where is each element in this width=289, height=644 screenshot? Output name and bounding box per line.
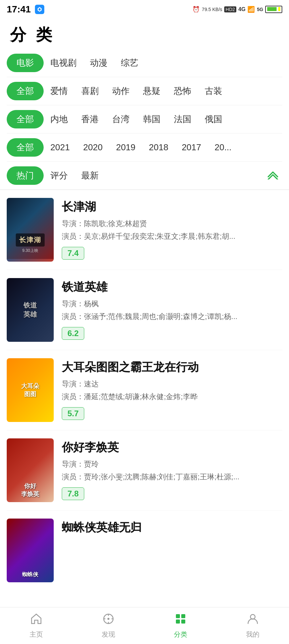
filter-item-2021[interactable]: 2021 xyxy=(44,140,77,155)
movie-poster-daertu: 大耳朵图图 xyxy=(7,358,54,422)
movie-cast-nihao: 演员：贾玲;张小斐;沈腾;陈赫;刘佳;丁嘉丽;王琳;杜源;... xyxy=(62,472,282,482)
movie-score-nihao: 7.8 xyxy=(62,487,84,500)
filter-items-year: 2021 2020 2019 2018 2017 20... xyxy=(44,140,282,155)
filter-items-region: 内地 香港 台湾 韩国 法国 俄国 xyxy=(44,111,282,128)
nav-label-profile: 我的 xyxy=(246,630,259,639)
nav-item-profile[interactable]: 我的 xyxy=(217,613,289,639)
filter-item-taiwan[interactable]: 台湾 xyxy=(105,111,136,128)
filter-item-france[interactable]: 法国 xyxy=(167,111,198,128)
filter-item-variety[interactable]: 综艺 xyxy=(114,54,145,71)
movie-score-changjihu: 7.4 xyxy=(62,247,84,260)
category-icon xyxy=(175,613,187,628)
nav-label-category: 分类 xyxy=(174,630,187,639)
filter-item-mystery[interactable]: 悬疑 xyxy=(136,83,167,100)
filter-section: 电影 电视剧 动漫 综艺 全部 爱情 喜剧 动作 悬疑 恐怖 古装 全部 内地 … xyxy=(0,49,289,190)
hd2-badge: HD2 xyxy=(224,6,236,12)
filter-item-romance[interactable]: 爱情 xyxy=(44,83,75,100)
filter-item-costume[interactable]: 古装 xyxy=(198,83,229,100)
movie-title-zhizhu: 蜘蛛侠英雄无归 xyxy=(62,520,282,535)
filter-row-sort: 热门 评分 最新 xyxy=(7,162,282,190)
movie-score-daertu: 5.7 xyxy=(62,407,84,420)
movie-item-nihao[interactable]: 你好李焕英 你好李焕英 导演：贾玲 演员：贾玲;张小斐;沈腾;陈赫;刘佳;丁嘉丽… xyxy=(7,430,282,511)
movie-title-daertu: 大耳朵图图之霸王龙在行动 xyxy=(62,360,282,375)
profile-icon xyxy=(247,613,259,628)
4g-icon: 4G xyxy=(238,6,245,12)
movie-director-nihao: 导演：贾玲 xyxy=(62,459,282,469)
movie-title-changjihu: 长津湖 xyxy=(62,199,282,215)
movie-info-zhizhu: 蜘蛛侠英雄无归 xyxy=(62,519,282,582)
movie-director-daertu: 导演：速达 xyxy=(62,379,282,389)
filter-row-region: 全部 内地 香港 台湾 韩国 法国 俄国 xyxy=(7,105,282,133)
filter-item-newest[interactable]: 最新 xyxy=(75,167,105,184)
svg-point-1 xyxy=(107,618,109,620)
movie-info-daertu: 大耳朵图图之霸王龙在行动 导演：速达 演员：潘延;范楚绒;胡谦;林永健;金炜;李… xyxy=(62,358,282,422)
movie-cast-daertu: 演员：潘延;范楚绒;胡谦;林永健;金炜;李晔 xyxy=(62,392,282,402)
filter-item-action[interactable]: 动作 xyxy=(105,83,136,100)
filter-row-type: 电影 电视剧 动漫 综艺 xyxy=(7,49,282,77)
filter-item-mainland[interactable]: 内地 xyxy=(44,111,75,128)
bottom-nav: 主页 发现 分类 我的 xyxy=(0,607,289,644)
filter-active-genre[interactable]: 全部 xyxy=(7,82,44,100)
app-notification-icon xyxy=(35,5,44,14)
filter-row-genre: 全部 爱情 喜剧 动作 悬疑 恐怖 古装 xyxy=(7,77,282,105)
filter-item-hk[interactable]: 香港 xyxy=(75,111,105,128)
filter-item-2020[interactable]: 2020 xyxy=(77,140,109,155)
movie-info-nihao: 你好李焕英 导演：贾玲 演员：贾玲;张小斐;沈腾;陈赫;刘佳;丁嘉丽;王琳;杜源… xyxy=(62,438,282,502)
alarm-icon: ⏰ xyxy=(192,6,200,13)
filter-active-sort[interactable]: 热门 xyxy=(7,166,44,185)
svg-rect-3 xyxy=(181,614,185,618)
nav-item-discover[interactable]: 发现 xyxy=(72,613,144,639)
nav-item-category[interactable]: 分类 xyxy=(145,613,217,639)
filter-item-russia[interactable]: 俄国 xyxy=(198,111,229,128)
filter-items-sort: 评分 最新 xyxy=(44,167,267,184)
filter-row-year: 全部 2021 2020 2019 2018 2017 20... xyxy=(7,133,282,162)
filter-active-year[interactable]: 全部 xyxy=(7,138,44,157)
movie-item-changjihu[interactable]: 长津湖 9.30上映 长津湖 导演：陈凯歌;徐克;林超贤 演员：吴京;易烊千玺;… xyxy=(7,190,282,270)
movie-title-tiedao: 铁道英雄 xyxy=(62,279,282,295)
network-speed: 79.5 KB/s xyxy=(202,7,222,12)
filter-item-horror[interactable]: 恐怖 xyxy=(167,83,198,100)
movie-poster-nihao: 你好李焕英 xyxy=(7,438,54,502)
signal-icon: 📶 xyxy=(247,6,255,13)
nav-label-home: 主页 xyxy=(30,630,43,639)
home-icon xyxy=(30,613,42,628)
movie-info-tiedao: 铁道英雄 导演：杨枫 演员：张涵予;范伟;魏晨;周也;俞灏明;森博之;谭凯;杨.… xyxy=(62,278,282,342)
filter-items-genre: 爱情 喜剧 动作 悬疑 恐怖 古装 xyxy=(44,83,282,100)
movie-cast-changjihu: 演员：吴京;易烊千玺;段奕宏;朱亚文;李晨;韩东君;胡... xyxy=(62,231,282,241)
filter-active-type[interactable]: 电影 xyxy=(7,54,44,72)
filter-item-more-years[interactable]: 20... xyxy=(208,140,238,155)
filter-item-rating[interactable]: 评分 xyxy=(44,167,75,184)
movie-cast-tiedao: 演员：张涵予;范伟;魏晨;周也;俞灏明;森博之;谭凯;杨... xyxy=(62,312,282,322)
status-icons-right: ⏰ 79.5 KB/s HD2 4G 📶 5G xyxy=(192,6,282,13)
movie-poster-tiedao: 铁道英雄 xyxy=(7,278,54,342)
movie-item-zhizhu[interactable]: 蜘蛛侠 蜘蛛侠英雄无归 xyxy=(7,511,282,590)
filter-item-comedy[interactable]: 喜剧 xyxy=(75,83,105,100)
movie-info-changjihu: 长津湖 导演：陈凯歌;徐克;林超贤 演员：吴京;易烊千玺;段奕宏;朱亚文;李晨;… xyxy=(62,198,282,262)
movie-list: 长津湖 9.30上映 长津湖 导演：陈凯歌;徐克;林超贤 演员：吴京;易烊千玺;… xyxy=(0,190,289,634)
movie-score-tiedao: 6.2 xyxy=(62,327,84,340)
filter-active-region[interactable]: 全部 xyxy=(7,110,44,128)
movie-item-tiedao[interactable]: 铁道英雄 铁道英雄 导演：杨枫 演员：张涵予;范伟;魏晨;周也;俞灏明;森博之;… xyxy=(7,270,282,350)
filter-item-2018[interactable]: 2018 xyxy=(142,140,175,155)
filter-item-2019[interactable]: 2019 xyxy=(109,140,142,155)
filter-item-korea[interactable]: 韩国 xyxy=(136,111,167,128)
svg-rect-2 xyxy=(176,614,180,618)
svg-rect-5 xyxy=(181,620,185,624)
page-title: 分 类 xyxy=(0,17,289,49)
filter-item-2017[interactable]: 2017 xyxy=(175,140,208,155)
movie-title-nihao: 你好李焕英 xyxy=(62,440,282,455)
nav-item-home[interactable]: 主页 xyxy=(0,613,72,639)
filter-item-anime[interactable]: 动漫 xyxy=(83,54,114,71)
movie-poster-changjihu: 长津湖 9.30上映 xyxy=(7,198,54,262)
svg-rect-4 xyxy=(176,620,180,624)
movie-poster-zhizhu: 蜘蛛侠 xyxy=(7,519,54,582)
5g-icon: 5G xyxy=(257,7,263,12)
filter-item-tv[interactable]: 电视剧 xyxy=(44,54,83,71)
discover-icon xyxy=(102,613,114,628)
battery-icon xyxy=(265,6,282,13)
movie-director-tiedao: 导演：杨枫 xyxy=(62,299,282,309)
filter-items-type: 电视剧 动漫 综艺 xyxy=(44,54,282,71)
movie-item-daertu[interactable]: 大耳朵图图 大耳朵图图之霸王龙在行动 导演：速达 演员：潘延;范楚绒;胡谦;林永… xyxy=(7,350,282,430)
collapse-icon[interactable] xyxy=(267,169,282,182)
status-bar: 17:41 ⏰ 79.5 KB/s HD2 4G 📶 5G xyxy=(0,0,289,17)
